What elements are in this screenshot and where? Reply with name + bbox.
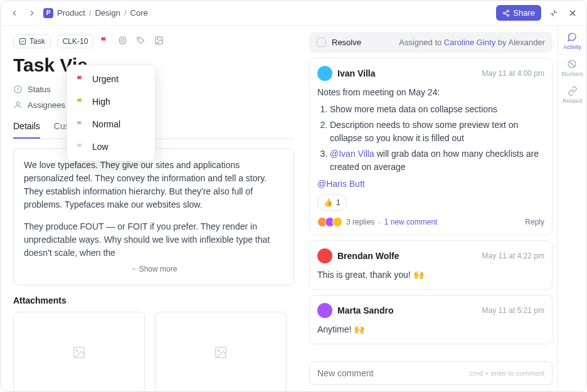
- breadcrumb-item[interactable]: Product: [57, 8, 85, 18]
- breadcrumb: P Product / Design / Core: [43, 8, 148, 18]
- comment-author[interactable]: Marta Sandro: [337, 305, 393, 315]
- nav-back-icon[interactable]: [8, 7, 21, 19]
- share-button[interactable]: Share: [496, 5, 541, 21]
- comment-composer[interactable]: cmd + enter to comment: [309, 361, 553, 385]
- attachment-tile[interactable]: [155, 312, 287, 391]
- comment-timestamp: May 11 at 4:00 pm: [482, 69, 544, 78]
- comment-timestamp: May 11 at 4:22 pm: [482, 252, 544, 260]
- comment-card: Brendan Wolfe May 11 at 4:22 pm This is …: [309, 240, 553, 290]
- new-comment-link[interactable]: 1 new comment: [384, 218, 438, 226]
- avatar[interactable]: [317, 303, 332, 318]
- collapse-icon[interactable]: [547, 7, 560, 19]
- mention-link[interactable]: @Haris Butt: [317, 179, 365, 189]
- reply-avatars[interactable]: [317, 217, 342, 227]
- breadcrumb-item[interactable]: Core: [130, 8, 148, 18]
- svg-line-4: [505, 11, 507, 13]
- task-id-chip[interactable]: CLK-10: [57, 34, 94, 48]
- svg-point-1: [504, 12, 505, 14]
- priority-dropdown: Urgent High Normal Low: [66, 65, 156, 161]
- svg-point-16: [76, 349, 78, 351]
- svg-point-10: [139, 38, 139, 39]
- priority-option-normal[interactable]: Normal: [67, 113, 155, 135]
- tag-icon[interactable]: [136, 36, 145, 47]
- comment-input[interactable]: [317, 368, 470, 378]
- rail-activity[interactable]: Activity: [563, 32, 581, 50]
- tab-details[interactable]: Details: [13, 121, 40, 139]
- composer-hint: cmd + enter to comment: [470, 369, 544, 377]
- resolve-label: Resolve: [332, 38, 361, 47]
- svg-point-8: [119, 37, 126, 44]
- avatar[interactable]: [317, 66, 332, 81]
- breadcrumb-item[interactable]: Design: [95, 8, 120, 18]
- avatar[interactable]: [317, 248, 332, 263]
- image-icon[interactable]: [154, 36, 164, 47]
- svg-point-2: [507, 14, 509, 16]
- task-type-chip[interactable]: Task: [13, 34, 51, 48]
- svg-point-12: [157, 38, 159, 40]
- priority-flag-icon[interactable]: [100, 36, 109, 47]
- svg-line-3: [505, 13, 507, 14]
- attachment-tile[interactable]: [13, 312, 145, 391]
- priority-option-urgent[interactable]: Urgent: [67, 68, 155, 90]
- svg-point-14: [16, 102, 19, 105]
- project-icon: P: [43, 8, 53, 18]
- svg-rect-7: [20, 39, 26, 45]
- comment-author[interactable]: Ivan Villa: [337, 68, 375, 78]
- comment-card: Marta Sandro May 11 at 5:21 pm Anytime! …: [309, 295, 553, 344]
- attachments-heading: Attachments: [13, 295, 294, 305]
- svg-point-9: [121, 39, 124, 42]
- resolve-checkbox[interactable]: [317, 38, 326, 47]
- svg-point-18: [218, 349, 219, 351]
- resolve-bar: Resolve Assigned to Caroline Ginty by Al…: [309, 32, 553, 53]
- mention-link[interactable]: @Ivan Villa: [330, 149, 374, 159]
- rail-related[interactable]: Related: [563, 86, 582, 104]
- comment-author[interactable]: Brendan Wolfe: [337, 251, 399, 261]
- comment-card: Ivan Villa May 11 at 4:00 pm Notes from …: [309, 58, 553, 235]
- rail-blockers[interactable]: Blockers: [561, 59, 583, 77]
- description-box[interactable]: We love typefaces. They give our sites a…: [13, 148, 294, 285]
- replies-count[interactable]: 3 replies: [346, 218, 374, 226]
- sprint-icon[interactable]: [118, 36, 127, 47]
- svg-line-20: [569, 61, 574, 66]
- show-more-button[interactable]: Show more: [24, 263, 283, 275]
- svg-point-0: [507, 10, 509, 12]
- assignee-link[interactable]: Caroline Ginty: [444, 38, 495, 47]
- priority-option-low[interactable]: Low: [67, 135, 155, 158]
- priority-option-high[interactable]: High: [67, 90, 155, 113]
- comment-timestamp: May 11 at 5:21 pm: [482, 306, 544, 315]
- close-icon[interactable]: [566, 7, 579, 19]
- reply-button[interactable]: Reply: [525, 218, 544, 226]
- reaction-button[interactable]: 👍1: [317, 194, 347, 211]
- assigned-text: Assigned to Caroline Ginty by Alexander: [399, 38, 545, 47]
- nav-forward-icon[interactable]: [26, 7, 38, 19]
